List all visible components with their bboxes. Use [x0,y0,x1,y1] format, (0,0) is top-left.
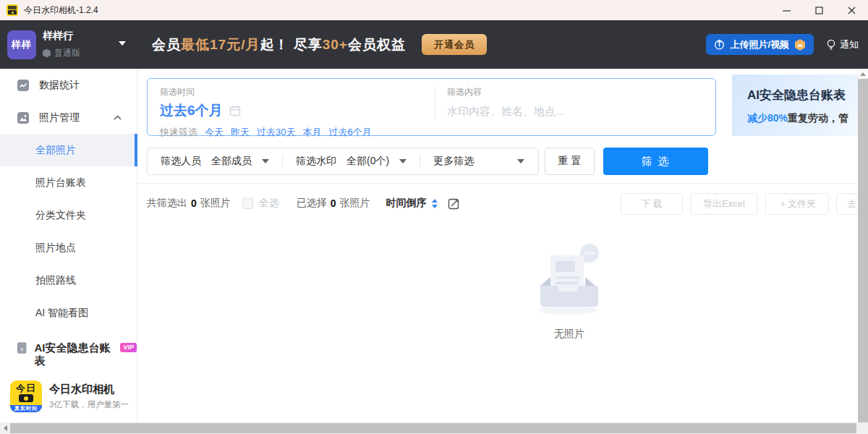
svg-text:x: x [20,346,23,352]
chevron-down-icon [119,41,126,46]
minimize-button[interactable] [770,0,803,20]
minimize-icon [783,7,791,14]
overflow-button[interactable]: 去 [836,193,858,215]
sort-order-label: 时间倒序 [386,197,427,210]
filtered-label: 共筛选出 [147,197,187,210]
sidebar-footer: 今日 真实时间 今日水印相机 3亿下载，用户量第一 [0,380,137,412]
sidebar-item-category-folders[interactable]: 分类文件夹 [0,199,137,231]
more-filters-label: 更多筛选 [433,155,474,168]
sidebar-item-ai-viewer[interactable]: AI 智能看图 [0,297,137,329]
account-level: 普通版 [43,47,80,59]
quick-filter-label: 快速筛选 [160,126,197,139]
open-vip-button[interactable]: 开通会员 [422,34,487,55]
app-logo-text: 今日 [10,383,42,393]
calendar-icon[interactable] [229,105,241,116]
person-filter-dropdown[interactable]: 筛选人员 全部成员 [148,155,269,168]
photo-icon [17,111,30,124]
promo-text: 会员 [152,35,181,54]
sidebar-item-photo-management[interactable]: 照片管理 [0,101,137,134]
filter-content-section: 筛选内容 [435,79,715,135]
filter-panel: 筛选时间 过去6个月 快速筛选 今天 昨天 过去30天 本月 过去6个月 [147,78,716,136]
excel-doc-icon: x [17,341,27,354]
sidebar-item-ai-safety-ledger[interactable]: x AI安全隐患台账表 VIP [0,332,137,365]
download-button[interactable]: 下 载 [621,193,683,215]
filter-content-input[interactable] [447,105,686,117]
upload-icon [714,39,725,50]
app-logo-ribbon: 真实时间 [10,405,42,412]
quick-filter-this-month[interactable]: 本月 [302,126,321,139]
sidebar-item-statistics[interactable]: 数据统计 [0,69,137,101]
report-edit-button[interactable] [448,197,460,210]
app-icon [7,4,18,16]
avatar: 样样 [7,30,36,59]
vertical-scrollbar-thumb[interactable] [858,79,868,422]
export-excel-button[interactable]: 导出Excel [691,193,757,215]
account-menu[interactable]: 样样 样样行 普通版 [0,30,137,59]
divider [137,183,858,184]
sidebar-item-photo-locations[interactable]: 照片地点 [0,231,137,264]
upload-button[interactable]: 上传照片/视频 [706,34,814,55]
promo-text: 会员权益 [348,35,406,54]
quick-filter-6months[interactable]: 过去6个月 [328,126,371,139]
vertical-scrollbar[interactable] [858,69,868,422]
vip-badge: VIP [120,343,137,352]
banner-text: 重复劳动，管 [788,112,848,124]
sidebar-item-label: 照片管理 [39,111,80,124]
horizontal-scrollbar-thumb[interactable] [10,423,856,433]
sort-up-icon [432,199,438,203]
window-controls [770,0,868,20]
sidebar-item-photo-routes[interactable]: 拍照路线 [0,264,137,297]
select-all-label: 全选 [259,197,279,210]
sidebar-item-all-photos[interactable]: 全部照片 [0,134,137,166]
sidebar-item-label: 拍照路线 [35,274,76,287]
sidebar-item-label: AI安全隐患台账表 [34,341,112,367]
reset-button[interactable]: 重 置 [545,148,595,175]
arrow-left-icon [4,425,7,431]
chart-icon [17,79,30,92]
membership-promo: 会员最低17元/月起！ 尽享30+会员权益 [152,35,406,54]
sidebar-item-label: 照片台账表 [35,176,86,190]
edit-note-icon [448,197,460,210]
scroll-left-button[interactable] [0,422,10,434]
header-actions: 上传照片/视频 通知 [706,34,868,55]
new-folder-button[interactable]: ＋文件夹 [765,193,829,215]
level-badge-icon [43,49,51,58]
quick-filter-yesterday[interactable]: 昨天 [231,126,250,139]
quick-filter-30days[interactable]: 过去30天 [257,126,295,139]
more-filters-dropdown[interactable]: 更多筛选 [433,155,538,168]
account-info: 样样行 普通版 [43,30,80,59]
filtered-count: 0 [191,197,197,209]
banner-subtitle: 减少80%重复劳动，管 [747,112,858,125]
main-content: 筛选时间 过去6个月 快速筛选 今天 昨天 过去30天 本月 过去6个月 [137,69,858,422]
sort-toggle[interactable] [432,199,438,208]
sidebar-item-label: 全部照片 [35,144,76,157]
filter-time-label: 筛选时间 [160,86,435,98]
arrow-up-icon [860,72,866,76]
ai-promo-banner[interactable]: AI安全隐患台账表 减少80%重复劳动，管 [732,75,858,136]
close-icon [848,7,856,14]
select-all-checkbox[interactable] [242,198,253,209]
watermark-filter-dropdown[interactable]: 筛选水印 全部(0个) [296,155,407,168]
notification-button[interactable]: 通知 [826,38,859,51]
footer-texts: 今日水印相机 3亿下载，用户量第一 [49,383,129,410]
horizontal-scrollbar[interactable] [0,422,868,434]
sidebar-item-photo-ledger[interactable]: 照片台账表 [0,166,137,199]
promo-highlight: 30+ [323,37,348,53]
quick-filter-today[interactable]: 今天 [205,126,224,139]
filter-submit-button[interactable]: 筛 选 [603,148,708,175]
watermark-filter-value: 全部(0个) [346,155,389,168]
upload-button-label: 上传照片/视频 [730,38,789,51]
selected-unit: 张照片 [340,197,370,210]
chevron-up-icon [114,115,122,120]
person-filter-value: 全部成员 [211,155,252,168]
filtered-unit: 张照片 [200,197,231,210]
scroll-up-button[interactable] [858,69,868,79]
notification-label: 通知 [840,38,859,51]
filter-time-value[interactable]: 过去6个月 [160,101,223,120]
app-logo: 今日 真实时间 [10,380,42,412]
quick-filter-row: 快速筛选 今天 昨天 过去30天 本月 过去6个月 [160,126,435,139]
close-button[interactable] [835,0,868,20]
maximize-button[interactable] [803,0,835,20]
window-title: 今日水印相机-1.2.4 [24,4,98,17]
sidebar-item-label: 数据统计 [39,79,80,92]
